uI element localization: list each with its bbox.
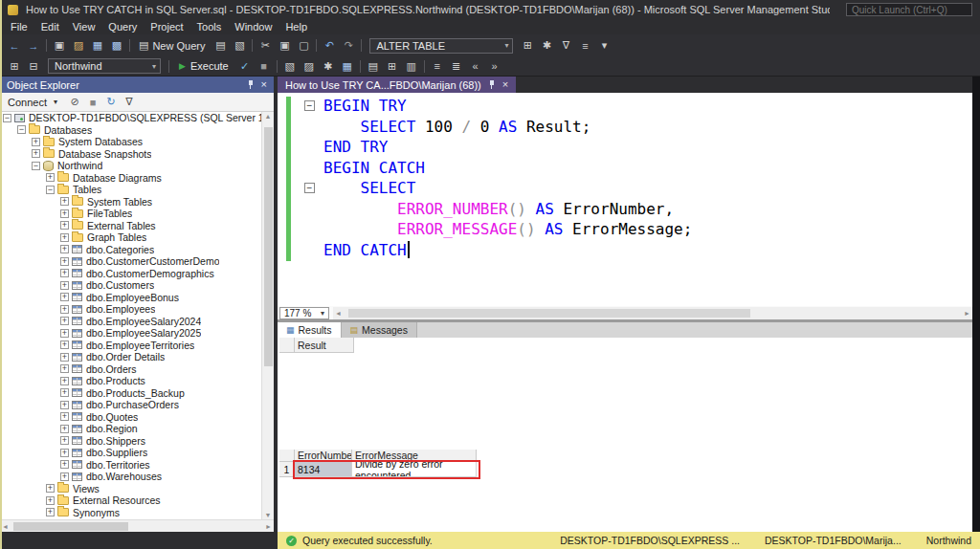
more-commands-icon[interactable]: ▾	[595, 37, 612, 54]
expand-icon[interactable]: +	[60, 412, 69, 421]
decrease-indent-icon[interactable]: «	[467, 58, 484, 75]
tree-item[interactable]: +dbo.Shippers	[0, 435, 261, 448]
tree-item[interactable]: −DESKTOP-TD1FBDO\SQLEXPRESS (SQL Server …	[0, 112, 261, 124]
stop-icon[interactable]: ■	[85, 94, 100, 110]
tree-item[interactable]: +dbo.CustomerDemographics	[0, 268, 261, 280]
cut-icon[interactable]: ✂	[256, 37, 274, 54]
code-line[interactable]: END CATCH	[323, 240, 692, 261]
uncomment-icon[interactable]: ≣	[448, 58, 465, 75]
expand-icon[interactable]: +	[60, 340, 69, 349]
close-icon[interactable]: ×	[502, 79, 508, 90]
connect-database-icon[interactable]: ⊞	[6, 58, 23, 75]
tree-item[interactable]: +dbo.EmployeeTerritories	[0, 340, 261, 352]
expand-icon[interactable]: +	[60, 317, 69, 325]
expand-icon[interactable]: +	[60, 233, 69, 242]
editor-horizontal-scrollbar[interactable]: ◄ ►	[333, 307, 972, 319]
column-header-errornumber[interactable]: ErrorNumber	[295, 450, 352, 462]
save-all-icon[interactable]: ▩	[108, 37, 125, 54]
connect-dropdown[interactable]: Connect▾	[4, 97, 65, 108]
data-cell[interactable]: Divide by zero error encountered.	[352, 462, 477, 477]
expand-icon[interactable]: +	[60, 388, 69, 397]
expand-icon[interactable]: +	[60, 353, 69, 362]
collapse-icon[interactable]: −	[46, 186, 55, 194]
tab-results[interactable]: ▦Results	[278, 322, 342, 338]
expand-icon[interactable]: +	[32, 149, 40, 158]
scroll-down-icon[interactable]: ▼	[265, 512, 272, 518]
tree-item[interactable]: +dbo.Order Details	[0, 351, 261, 363]
tree-item[interactable]: +Database Snapshots	[0, 148, 261, 161]
new-database-engine-query-icon[interactable]: ▤	[212, 37, 229, 54]
increase-indent-icon[interactable]: »	[486, 58, 503, 75]
tree-item[interactable]: +External Tables	[0, 220, 261, 232]
menu-item-tools[interactable]: Tools	[190, 19, 229, 34]
tree-item[interactable]: +System Tables	[0, 196, 261, 209]
tree-item[interactable]: +dbo.Region	[0, 423, 261, 435]
tree-item[interactable]: +dbo.CustomerCustomerDemo	[0, 255, 261, 268]
tree-item[interactable]: +dbo.EmployeeSalary2024	[0, 316, 261, 328]
scroll-left-icon[interactable]: ◄	[2, 523, 9, 530]
database-combo[interactable]: Northwind▾	[48, 58, 161, 74]
close-icon[interactable]: ×	[261, 79, 267, 90]
data-cell[interactable]: 8134	[295, 462, 352, 477]
tree-item[interactable]: +dbo.Quotes	[0, 411, 261, 424]
fold-collapse-icon[interactable]: −	[304, 100, 315, 111]
disconnect-database-icon[interactable]: ⊟	[25, 58, 42, 75]
expand-icon[interactable]: +	[60, 221, 69, 230]
pin-icon[interactable]	[247, 79, 255, 90]
expand-icon[interactable]: +	[46, 484, 55, 493]
save-icon[interactable]: ▦	[89, 37, 106, 54]
properties-icon[interactable]: ✱	[538, 37, 555, 54]
scroll-right-icon[interactable]: ►	[964, 310, 970, 317]
expand-icon[interactable]: +	[60, 269, 69, 277]
expand-icon[interactable]: +	[60, 425, 69, 433]
nav-forward-icon[interactable]: →	[25, 37, 42, 54]
tree-item[interactable]: +dbo.Orders	[0, 363, 261, 376]
tree-item[interactable]: +dbo.EmployeeBonus	[0, 292, 261, 304]
results-to-text-icon[interactable]: ▤	[365, 58, 382, 75]
expand-icon[interactable]: +	[60, 245, 69, 253]
copy-icon[interactable]: ▣	[276, 37, 293, 54]
tree-item[interactable]: +System Databases	[0, 136, 261, 148]
scrollbar-thumb[interactable]	[348, 309, 750, 318]
tree-item[interactable]: +Database Diagrams	[0, 172, 261, 185]
refresh-icon[interactable]: ↻	[103, 94, 119, 110]
expand-icon[interactable]: +	[46, 496, 55, 505]
tree-item[interactable]: +FileTables	[0, 208, 261, 220]
menu-item-file[interactable]: File	[4, 19, 34, 34]
menu-item-edit[interactable]: Edit	[34, 19, 66, 34]
scroll-up-icon[interactable]: ▲	[265, 113, 272, 120]
tree-item[interactable]: +Graph Tables	[0, 231, 261, 244]
scroll-right-icon[interactable]: ►	[265, 523, 272, 530]
code-line[interactable]: END TRY	[323, 137, 692, 158]
tree-item[interactable]: +dbo.EmployeeSalary2025	[0, 327, 261, 340]
collapse-icon[interactable]: −	[32, 162, 40, 170]
menu-item-view[interactable]: View	[66, 19, 102, 34]
expand-icon[interactable]: +	[60, 460, 69, 469]
collapse-icon[interactable]: −	[17, 125, 26, 134]
expand-icon[interactable]: +	[60, 257, 69, 266]
quick-launch-input[interactable]	[846, 3, 972, 16]
expand-icon[interactable]: +	[60, 401, 69, 409]
code-line[interactable]: ERROR_MESSAGE() AS ErrorMessage;	[323, 219, 692, 240]
paste-icon[interactable]: ▢	[295, 37, 312, 54]
expand-icon[interactable]: +	[60, 305, 69, 314]
expand-icon[interactable]: +	[60, 364, 69, 373]
results-to-file-icon[interactable]: ▥	[403, 58, 420, 75]
open-file-icon[interactable]: ▨	[70, 37, 87, 54]
expand-icon[interactable]: +	[32, 138, 40, 146]
tab-messages[interactable]: ▤Messages	[342, 322, 417, 338]
new-project-icon[interactable]: ▣	[51, 37, 68, 54]
live-stats-icon[interactable]: ▨	[301, 58, 318, 75]
code-line[interactable]: BEGIN CATCH	[323, 158, 692, 179]
tree-item[interactable]: +Views	[0, 483, 261, 495]
tree-item[interactable]: +External Resources	[0, 494, 261, 507]
menu-item-project[interactable]: Project	[144, 19, 189, 34]
filter-icon[interactable]: ∇	[122, 94, 137, 110]
menu-item-help[interactable]: Help	[278, 19, 314, 34]
comment-icon[interactable]: ≡	[429, 58, 446, 75]
intellisense-icon[interactable]: ▦	[339, 58, 356, 75]
object-explorer-vertical-scrollbar[interactable]: ▲ ▼	[261, 112, 274, 519]
disconnect-icon[interactable]: ⊘	[67, 94, 82, 110]
tree-item[interactable]: −Databases	[0, 124, 261, 137]
column-header-result[interactable]: Result	[295, 338, 354, 353]
